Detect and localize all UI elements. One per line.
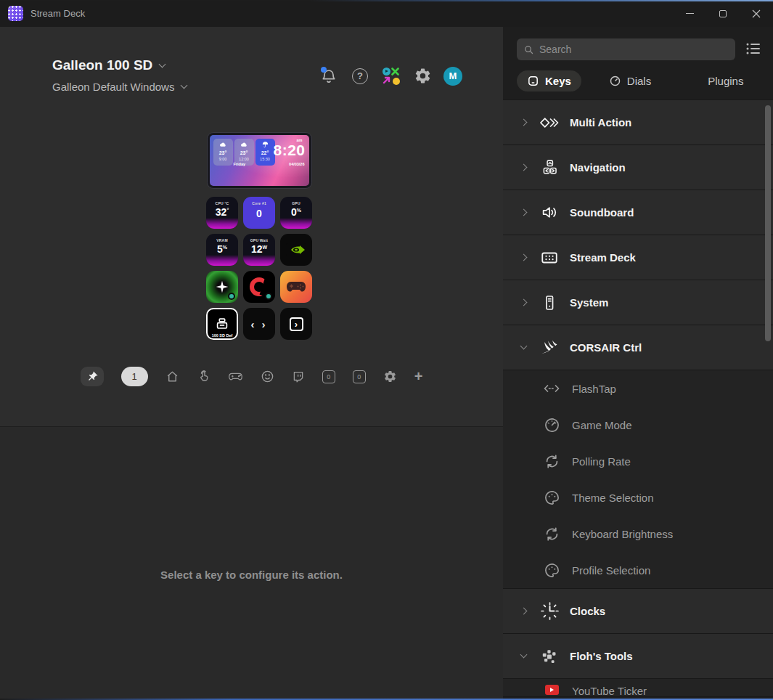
list-view-button[interactable] xyxy=(744,40,763,59)
maximize-icon xyxy=(719,10,727,17)
cloud-icon xyxy=(219,141,227,148)
action-label: Keyboard Brightness xyxy=(572,528,673,540)
deck-key-gpu-load[interactable]: GPU 0% xyxy=(280,197,312,229)
action-theme-selection[interactable]: Theme Selection xyxy=(503,479,773,516)
maximize-button[interactable] xyxy=(706,0,740,27)
gauge-icon xyxy=(542,417,561,434)
key-icon xyxy=(527,75,539,87)
profile-selector[interactable]: Galleon Default Windows xyxy=(52,81,187,93)
sidebar-group-multi-action[interactable]: Multi Action xyxy=(503,100,773,145)
action-label: Game Mode xyxy=(572,419,632,431)
action-youtube-ticker[interactable]: YouTube Ticker xyxy=(503,679,773,696)
action-game-mode[interactable]: Game Mode xyxy=(503,407,773,443)
deck-key-nvidia[interactable] xyxy=(280,234,312,266)
account-avatar[interactable]: M xyxy=(443,67,462,86)
add-page-button[interactable]: + xyxy=(414,368,423,385)
deck-touchscreen[interactable]: 23° 9:00 23° 12:00 22° xyxy=(208,133,311,188)
pin-button[interactable] xyxy=(81,367,104,386)
deck-key-game-controller[interactable] xyxy=(280,271,312,303)
action-keyboard-brightness[interactable]: Keyboard Brightness xyxy=(503,516,773,552)
marketplace-button[interactable] xyxy=(381,66,401,86)
refresh-icon xyxy=(542,526,561,542)
clock-day: Friday xyxy=(234,162,246,166)
tab-label: Plugins xyxy=(708,75,743,87)
group-label: Clocks xyxy=(570,605,605,617)
sidebar-group-flohs-tools[interactable]: Floh's Tools xyxy=(503,634,773,679)
sidebar-group-clocks[interactable]: Clocks xyxy=(503,589,773,634)
counter-value: 0 xyxy=(327,373,330,380)
touch-page-button[interactable] xyxy=(197,370,210,383)
sidebar-scrollbar[interactable] xyxy=(765,105,771,341)
twitch-page-button[interactable] xyxy=(292,370,305,383)
empty-state-message: Select a key to configure its action. xyxy=(160,569,343,581)
key-value: 0 xyxy=(243,208,275,219)
dial-icon xyxy=(609,75,621,87)
deck-key-xbox-app[interactable] xyxy=(206,271,238,303)
cloud-icon xyxy=(240,141,248,148)
deck-key-profile-switch[interactable]: 100 SD Def xyxy=(206,308,238,340)
property-inspector: Select a key to configure its action. xyxy=(0,426,503,700)
umbrella-icon xyxy=(261,141,269,148)
corsair-ctrl-actions: FlashTap Game Mode xyxy=(503,370,773,589)
deck-key-prev-next[interactable]: ‹ › xyxy=(243,308,275,340)
tab-plugins[interactable]: Plugins xyxy=(698,70,753,91)
page-1-button[interactable]: 1 xyxy=(121,367,148,386)
youtube-icon xyxy=(542,685,561,695)
settings-button[interactable] xyxy=(412,66,433,86)
help-button[interactable]: ? xyxy=(350,66,370,86)
flashtap-icon xyxy=(542,380,561,397)
search-box[interactable] xyxy=(517,38,735,60)
action-flashtap[interactable]: FlashTap xyxy=(503,370,773,407)
settings-page-button[interactable] xyxy=(383,370,397,383)
key-label: Core #1 xyxy=(243,201,275,205)
action-polling-rate[interactable]: Polling Rate xyxy=(503,443,773,479)
device-header: Galleon 100 SD Galleon Default Windows xyxy=(52,57,462,93)
smiley-icon xyxy=(261,370,274,383)
device-selector[interactable]: Galleon 100 SD xyxy=(52,57,187,73)
navigation-icon xyxy=(539,158,560,176)
app-title: Stream Deck xyxy=(30,8,85,19)
deck-key-gpu-watt[interactable]: GPU Watt 12W xyxy=(243,234,275,266)
profile-name: Galleon Default Windows xyxy=(52,81,174,93)
running-badge xyxy=(228,293,235,300)
sidebar-group-navigation[interactable]: Navigation xyxy=(503,145,773,190)
home-icon xyxy=(165,370,179,383)
deck-key-vram[interactable]: VRAM 5% xyxy=(206,234,238,266)
minimize-button[interactable] xyxy=(673,0,706,27)
search-input[interactable] xyxy=(539,44,729,55)
action-profile-selection[interactable]: Profile Selection xyxy=(503,552,773,588)
clock-burst-icon xyxy=(539,601,560,621)
chevron-down-icon xyxy=(520,651,528,659)
notifications-button[interactable] xyxy=(319,66,339,86)
action-label: YouTube Ticker xyxy=(572,685,647,696)
counter-page-button-1[interactable]: 0 xyxy=(322,370,335,383)
deck-key-core-load[interactable]: Core #1 0 xyxy=(243,197,275,229)
deck-key-cpu-temp[interactable]: CPU °C 32° xyxy=(206,197,238,229)
palette-icon xyxy=(542,562,561,579)
forecast-tile: 23° 9:00 xyxy=(213,139,233,166)
key-value: 12W xyxy=(243,243,275,255)
multi-action-icon xyxy=(539,114,560,131)
corsair-logo-icon xyxy=(539,338,560,357)
search-row xyxy=(503,27,773,60)
emoji-page-button[interactable] xyxy=(261,370,274,383)
sidebar-group-system[interactable]: System xyxy=(503,280,773,325)
key-label: 100 SD Def xyxy=(208,333,237,338)
counter-page-button-2[interactable]: 0 xyxy=(353,370,366,383)
refresh-icon xyxy=(542,453,561,470)
deck-preview: 23° 9:00 23° 12:00 22° xyxy=(206,133,312,340)
close-button[interactable] xyxy=(740,0,773,27)
flohs-tools-actions: YouTube Ticker xyxy=(503,679,773,697)
deck-key-opera-gx[interactable] xyxy=(243,271,275,303)
sidebar-group-stream-deck[interactable]: Stream Deck xyxy=(503,235,773,280)
sidebar-group-soundboard[interactable]: Soundboard xyxy=(503,190,773,235)
games-page-button[interactable] xyxy=(228,370,243,383)
key-grid: CPU °C 32° Core #1 0 GPU 0% xyxy=(206,197,312,340)
tab-keys[interactable]: Keys xyxy=(517,70,581,91)
home-page-button[interactable] xyxy=(165,370,179,383)
action-list: Multi Action Navigation xyxy=(503,99,773,697)
next-arrow-icon: › xyxy=(290,317,303,331)
deck-key-next-page[interactable]: › xyxy=(280,308,312,340)
sidebar-group-corsair-ctrl[interactable]: CORSAIR Ctrl xyxy=(503,325,773,370)
tab-dials[interactable]: Dials xyxy=(599,70,661,91)
